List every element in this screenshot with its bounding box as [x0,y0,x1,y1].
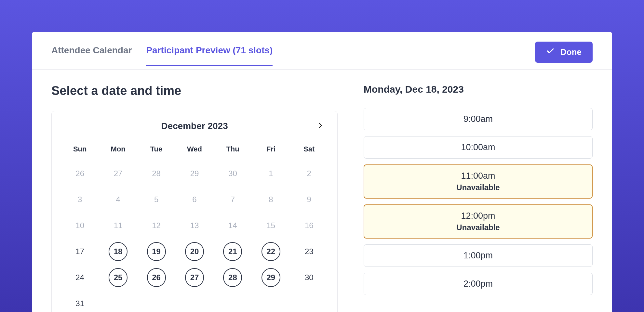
calendar-day[interactable]: 21 [214,239,252,265]
calendar-day: 31 [61,291,99,312]
done-button[interactable]: Done [535,42,593,63]
calendar-dow: Thu [214,142,252,161]
calendar-dow: Tue [137,142,175,161]
calendar-day: 8 [252,187,290,213]
calendar-dow: Wed [175,142,213,161]
calendar-day: 27 [99,161,137,187]
time-slot[interactable]: 10:00am [364,136,593,159]
chevron-right-icon [316,119,325,133]
calendar-day: 12 [137,213,175,239]
calendar-day: 9 [290,187,328,213]
time-slot-time: 10:00am [364,142,592,152]
calendar-dow: Mon [99,142,137,161]
time-slot-time: 2:00pm [364,279,592,289]
time-slot-time: 9:00am [364,114,592,124]
time-slot-time: 12:00pm [364,211,592,221]
calendar-day [290,291,328,312]
calendar-dow: Sun [61,142,99,161]
calendar-day[interactable]: 27 [175,265,213,291]
time-slots: 9:00am10:00am11:00amUnavailable12:00pmUn… [364,108,593,295]
calendar-day: 13 [175,213,213,239]
calendar-day: 28 [137,161,175,187]
time-slot-time: 11:00am [364,171,592,181]
calendar-day [137,291,175,312]
calendar-day[interactable]: 18 [99,239,137,265]
page-title: Select a date and time [51,84,338,98]
calendar-day: 2 [290,161,328,187]
calendar-day[interactable]: 29 [252,265,290,291]
selected-date-title: Monday, Dec 18, 2023 [364,84,593,95]
calendar-day: 6 [175,187,213,213]
time-slot-status: Unavailable [364,223,592,232]
done-label: Done [560,47,582,57]
calendar-day: 5 [137,187,175,213]
calendar: December 2023 SunMonTueWedThuFriSat26272… [51,111,338,312]
calendar-day: 15 [252,213,290,239]
calendar-day[interactable]: 26 [137,265,175,291]
calendar-day[interactable]: 22 [252,239,290,265]
calendar-day: 4 [99,187,137,213]
left-column: Select a date and time December 2023 Sun… [51,84,338,312]
calendar-day: 23 [290,239,328,265]
calendar-day: 16 [290,213,328,239]
calendar-day: 1 [252,161,290,187]
content: Select a date and time December 2023 Sun… [32,70,612,312]
calendar-day[interactable]: 19 [137,239,175,265]
time-slot-time: 1:00pm [364,251,592,261]
topbar: Attendee Calendar Participant Preview (7… [32,32,612,70]
time-slot[interactable]: 2:00pm [364,273,593,295]
scheduler-card: Attendee Calendar Participant Preview (7… [32,32,612,312]
calendar-next-button[interactable] [316,119,325,133]
check-icon [546,47,555,58]
calendar-day [175,291,213,312]
tab-attendee-calendar[interactable]: Attendee Calendar [51,45,132,66]
calendar-dow: Sat [290,142,328,161]
calendar-header: December 2023 [61,121,328,131]
time-slot-status: Unavailable [364,183,592,192]
calendar-day[interactable]: 25 [99,265,137,291]
calendar-dow: Fri [252,142,290,161]
time-slot[interactable]: 9:00am [364,108,593,130]
calendar-day: 10 [61,213,99,239]
calendar-day: 26 [61,161,99,187]
calendar-day: 29 [175,161,213,187]
calendar-day: 17 [61,239,99,265]
time-slot: 11:00amUnavailable [364,164,593,199]
calendar-month-label: December 2023 [161,121,228,131]
calendar-day [99,291,137,312]
calendar-day [214,291,252,312]
calendar-day: 3 [61,187,99,213]
calendar-day: 30 [214,161,252,187]
time-slot[interactable]: 1:00pm [364,244,593,267]
calendar-grid: SunMonTueWedThuFriSat2627282930123456789… [61,142,328,312]
calendar-day[interactable]: 20 [175,239,213,265]
tab-participant-preview[interactable]: Participant Preview (71 slots) [146,45,273,66]
calendar-day: 14 [214,213,252,239]
calendar-day [252,291,290,312]
right-column: Monday, Dec 18, 2023 9:00am10:00am11:00a… [364,84,593,312]
calendar-day: 30 [290,265,328,291]
calendar-day[interactable]: 28 [214,265,252,291]
tabs: Attendee Calendar Participant Preview (7… [51,45,535,66]
calendar-day: 7 [214,187,252,213]
calendar-day: 11 [99,213,137,239]
calendar-day: 24 [61,265,99,291]
time-slot: 12:00pmUnavailable [364,204,593,239]
